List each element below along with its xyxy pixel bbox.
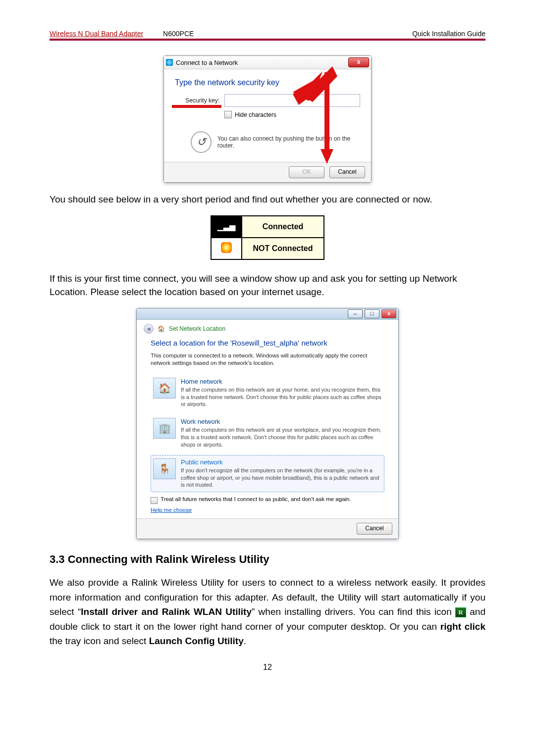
page-number: 12 [50,663,485,672]
close-button[interactable]: x [381,309,396,318]
wps-icon: ↺ [191,131,212,153]
home-network-title: Home network [181,378,382,385]
section-3-3-heading: 3.3 Connecting with Ralink Wireless Util… [50,553,485,566]
ok-button[interactable]: OK [289,166,324,178]
ralink-tray-icon: R [455,607,466,617]
not-connected-label: NOT Connected [242,238,324,259]
wps-row: ↺ You can also connect by pushing the bu… [191,131,360,153]
work-network-icon: 🏢 [153,418,176,439]
svg-rect-0 [172,105,221,108]
doc-header: Wireless N Dual Band Adapter N600PCE Qui… [50,30,485,38]
dialog2-heading: Select a location for the 'Rosewill_test… [151,339,384,347]
work-network-option[interactable]: 🏢 Work network If all the computers on t… [151,414,384,452]
back-button[interactable]: ◄ [144,324,154,334]
hide-characters-checkbox[interactable] [224,111,232,118]
hide-characters-label: Hide characters [235,111,276,118]
network-location-icon: 🏠 [158,325,165,332]
dialog-titlebar: Connect to a Network x [164,56,371,69]
public-network-option[interactable]: 🪑 Public network If you don't recognize … [151,455,384,493]
home-network-desc: If all the computers on this network are… [181,386,382,408]
treat-public-checkbox[interactable] [151,497,158,504]
section-3-3-paragraph: We also provide a Ralink Wireless Utilit… [50,575,485,648]
work-network-title: Work network [181,418,382,425]
signal-bars-icon: ▁▃▅ [217,222,235,231]
treat-public-row[interactable]: Treat all future networks that I connect… [151,496,384,504]
home-network-option[interactable]: 🏠 Home network If all the computers on t… [151,374,384,412]
header-product: Wireless N Dual Band Adapter [50,30,143,38]
dialog-prompt: Type the network security key [175,78,360,87]
dialog2-desc: This computer is connected to a network.… [151,352,384,367]
security-key-label: Security key: [175,97,219,104]
header-divider [50,39,485,41]
paragraph-1: You should see below in a very short per… [50,193,485,206]
close-button[interactable]: x [348,57,369,67]
maximize-button[interactable]: □ [365,309,379,318]
hide-characters-row[interactable]: Hide characters [224,111,360,118]
cancel-button[interactable]: Cancel [329,166,365,178]
public-network-title: Public network [181,458,382,466]
paragraph-2: If this is your first time connect, you … [50,272,485,299]
work-network-desc: If all the computers on this network are… [181,426,382,449]
dialog-title: Connect to a Network [176,59,348,66]
security-key-input[interactable] [224,94,360,107]
cancel-button[interactable]: Cancel [357,523,392,535]
crumb-text: Set Network Location [169,325,225,332]
connection-status-table: ▁▃▅ Connected NOT Connected [211,215,324,260]
signal-icon-cell: ▁▃▅ [211,216,242,238]
dialog2-titlebar: – □ x [137,308,398,320]
connect-network-dialog: Connect to a Network x Type the network … [163,55,372,183]
public-network-icon: 🪑 [153,458,176,479]
help-me-choose-link[interactable]: Help me choose [151,507,192,513]
glow-icon-cell [211,238,242,259]
header-model: N600PCE [163,30,412,38]
minimize-button[interactable]: – [348,309,363,318]
wps-text: You can also connect by pushing the butt… [217,135,360,149]
network-icon [166,59,173,66]
header-doc: Quick Installation Guide [412,30,485,38]
treat-public-label: Treat all future networks that I connect… [160,496,351,502]
set-network-location-dialog: – □ x ◄ 🏠 Set Network Location Select a … [136,308,399,540]
public-network-desc: If you don't recognize all the computers… [181,467,382,489]
home-network-icon: 🏠 [153,378,176,399]
connected-label: Connected [242,216,324,238]
no-signal-icon [221,242,232,253]
